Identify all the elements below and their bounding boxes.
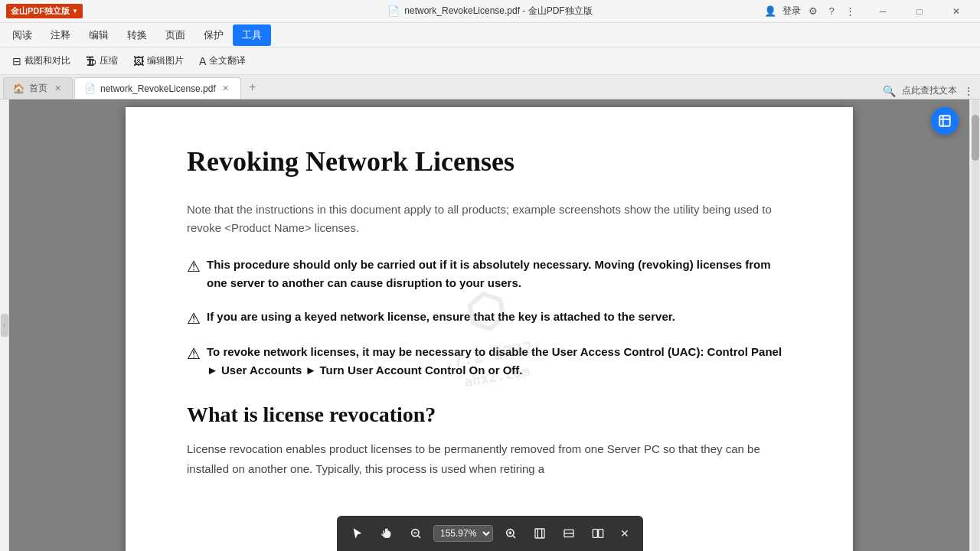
home-icon: 🏠 (13, 83, 24, 94)
title-bar-icons: 👤 登录 ⚙ ? ⋮ (764, 5, 856, 18)
hand-tool-button[interactable] (375, 522, 398, 545)
scrollbar-track[interactable] (972, 99, 979, 551)
left-sidebar: › (0, 99, 9, 551)
screenshot-icon: ⊟ (12, 55, 21, 67)
warning-icon-2: ⚠ (187, 309, 201, 328)
menu-bar: 阅读 注释 编辑 转换 页面 保护 工具 (0, 23, 980, 47)
pdf-tab-icon: 📄 (84, 83, 96, 94)
compress-label: 压缩 (100, 54, 118, 67)
sidebar-toggle[interactable]: › (1, 314, 8, 337)
svg-rect-0 (939, 116, 950, 126)
title-bar-right: 👤 登录 ⚙ ? ⋮ ─ □ ✕ (732, 0, 974, 23)
home-tab-label: 首页 (29, 82, 47, 95)
fab-button[interactable] (931, 107, 959, 135)
zoom-in-button[interactable] (499, 522, 522, 545)
menu-convert[interactable]: 转换 (118, 24, 156, 46)
fit-page-button[interactable] (528, 522, 551, 545)
title-bar: 金山PDF独立版 ▼ 📄 network_RevokeLicense.pdf -… (0, 0, 980, 23)
pdf-tab-close[interactable]: ✕ (220, 83, 231, 94)
warning-text-3: To revoke network licenses, it may be ne… (207, 343, 792, 380)
warning-block-3: ⚠ To revoke network licenses, it may be … (187, 343, 792, 380)
add-tab-button[interactable]: + (243, 77, 263, 97)
tab-home[interactable]: 🏠 首页 ✕ (3, 77, 73, 99)
svg-rect-16 (599, 530, 603, 538)
toolbar: ⊟ 截图和对比 🗜 压缩 🖼 编辑图片 A 全文翻译 (0, 47, 980, 75)
login-label[interactable]: 登录 (782, 5, 801, 18)
more-menu-icon[interactable]: ⋮ (963, 85, 974, 97)
edit-image-label: 编辑图片 (147, 54, 184, 67)
app-logo[interactable]: 金山PDF独立版 ▼ (6, 4, 83, 18)
pdf-viewer[interactable]: ⬡ 7:2 1P32 ahx2.com Revoking Network Lic… (9, 99, 980, 551)
body-paragraph: License revocation enables product licen… (187, 439, 792, 478)
intro-paragraph: Note that the instructions in this docum… (187, 201, 792, 237)
menu-protect[interactable]: 保护 (194, 24, 233, 46)
zoom-select[interactable]: 155.97% 100% 75% 50% 125% 150% 200% (433, 525, 493, 542)
compress-icon: 🗜 (86, 55, 96, 67)
warning-block-2: ⚠ If you are using a keyed network licen… (187, 308, 792, 328)
warning-text-1: This procedure should only be carried ou… (207, 256, 792, 292)
svg-line-5 (418, 536, 420, 538)
svg-line-9 (513, 536, 515, 538)
app-name: 金山PDF独立版 (11, 5, 70, 17)
bottom-toolbar: 155.97% 100% 75% 50% 125% 150% 200% (337, 516, 643, 551)
cursor-tool-button[interactable] (346, 522, 369, 545)
zoom-out-button[interactable] (404, 522, 427, 545)
main-area: › ⬡ 7:2 1P32 ahx2.com Revoking Network L… (0, 99, 980, 551)
menu-page[interactable]: 页面 (156, 24, 194, 46)
menu-edit[interactable]: 编辑 (80, 24, 118, 46)
pdf-page: ⬡ 7:2 1P32 ahx2.com Revoking Network Lic… (126, 107, 853, 551)
more-icon[interactable]: ⋮ (844, 5, 856, 18)
translate-icon: A (199, 55, 206, 67)
app-dropdown-arrow[interactable]: ▼ (72, 8, 78, 15)
minimize-button[interactable]: ─ (865, 0, 900, 23)
screenshot-compare-button[interactable]: ⊟ 截图和对比 (6, 51, 77, 70)
split-view-button[interactable] (586, 522, 609, 545)
fit-width-button[interactable] (557, 522, 580, 545)
title-bar-left: 金山PDF独立版 ▼ (6, 4, 248, 18)
tab-pdf[interactable]: 📄 network_RevokeLicense.pdf ✕ (74, 77, 241, 99)
title-bar-center: 📄 network_RevokeLicense.pdf - 金山PDF独立版 (248, 5, 732, 18)
edit-image-icon: 🖼 (133, 55, 144, 67)
pdf-tab-label: network_RevokeLicense.pdf (100, 83, 216, 94)
svg-rect-15 (593, 530, 597, 538)
tab-bar: 🏠 首页 ✕ 📄 network_RevokeLicense.pdf ✕ + 🔍… (0, 75, 980, 99)
tab-bar-right: 🔍 点此查找文本 ⋮ (264, 84, 977, 99)
translate-label: 全文翻译 (209, 54, 246, 67)
toolbar-close-button[interactable]: ✕ (616, 524, 634, 543)
menu-tools[interactable]: 工具 (233, 24, 271, 46)
window-controls: ─ □ ✕ (865, 0, 974, 23)
menu-annotate[interactable]: 注释 (41, 24, 80, 46)
warning-text-2: If you are using a keyed network license… (207, 308, 675, 326)
close-button[interactable]: ✕ (939, 0, 974, 23)
maximize-button[interactable]: □ (902, 0, 937, 23)
warning-block-1: ⚠ This procedure should only be carried … (187, 256, 792, 292)
help-icon[interactable]: ? (825, 5, 838, 18)
translate-button[interactable]: A 全文翻译 (193, 51, 252, 70)
warning-icon-3: ⚠ (187, 344, 201, 363)
compress-button[interactable]: 🗜 压缩 (80, 51, 124, 70)
page-heading-2: What is license revocation? (187, 403, 792, 427)
screenshot-label: 截图和对比 (24, 54, 70, 67)
search-text-label[interactable]: 点此查找文本 (902, 84, 957, 97)
login-icon[interactable]: 👤 (764, 5, 776, 18)
settings-icon[interactable]: ⚙ (807, 5, 819, 18)
home-tab-close[interactable]: ✕ (52, 83, 63, 94)
scrollbar-thumb[interactable] (972, 115, 979, 161)
page-heading-1: Revoking Network Licenses (187, 145, 792, 178)
scrollbar[interactable] (969, 99, 980, 551)
edit-image-button[interactable]: 🖼 编辑图片 (127, 51, 190, 70)
svg-rect-10 (535, 529, 544, 538)
window-title: network_RevokeLicense.pdf - 金山PDF独立版 (404, 5, 592, 18)
search-icon[interactable]: 🔍 (883, 85, 896, 97)
pdf-icon: 📄 (387, 5, 400, 17)
menu-read[interactable]: 阅读 (3, 24, 41, 46)
warning-icon-1: ⚠ (187, 257, 201, 276)
